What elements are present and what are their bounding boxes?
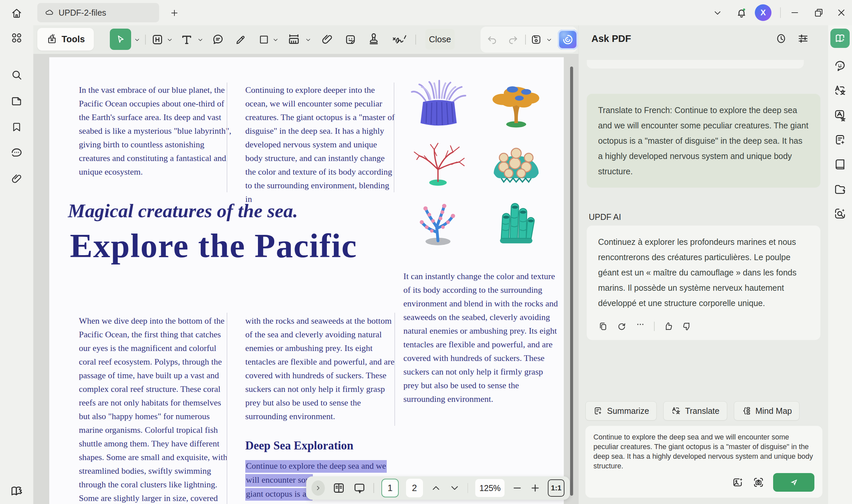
text-tool-button[interactable] — [180, 33, 194, 47]
notifications-button[interactable] — [734, 5, 749, 20]
insert-image-button[interactable] — [732, 476, 744, 488]
page-button-2[interactable]: 2 — [406, 479, 423, 497]
comment-icon — [10, 146, 23, 160]
select-tool-button[interactable] — [110, 29, 131, 50]
updf-app-window: UPDF-2-files X — [0, 0, 852, 504]
doc-title: Explore the Pacific — [70, 226, 357, 265]
zoom-level-display[interactable]: 125% — [475, 479, 504, 497]
notification-dot — [743, 8, 745, 11]
comment-tool-button[interactable] — [211, 33, 225, 47]
new-tab-button[interactable] — [168, 7, 181, 19]
shapes-tool-button[interactable] — [257, 33, 271, 47]
paperclip-icon — [320, 33, 334, 46]
zoom-out-button[interactable] — [512, 483, 522, 493]
red-fan-coral-image — [406, 137, 469, 187]
thumbs-up-button[interactable] — [663, 321, 673, 331]
redo-button[interactable] — [506, 33, 520, 47]
tools-button[interactable]: Tools — [37, 28, 94, 51]
doc-paragraph-col1-bottom: When we dive deep into the bottom of the… — [79, 314, 233, 504]
account-avatar[interactable]: X — [755, 4, 771, 21]
sidebar-item-bookmarks[interactable] — [9, 120, 24, 134]
chevron-down-icon — [713, 8, 723, 18]
shapes-tool-dropdown[interactable] — [272, 37, 279, 43]
translate-chip[interactable]: Translate — [663, 401, 727, 420]
regenerate-button[interactable] — [617, 321, 627, 331]
measure-tool-button[interactable] — [287, 33, 301, 47]
page-button-1[interactable]: 1 — [381, 479, 398, 497]
signature-tool-button[interactable] — [390, 33, 409, 47]
measure-tool-dropdown[interactable] — [305, 37, 312, 43]
restore-icon — [813, 7, 824, 18]
sidebar-item-comments[interactable] — [9, 146, 24, 160]
chat-input[interactable]: Continue to explore the deep sea and we … — [593, 432, 814, 471]
ai-translate-tab[interactable] — [833, 84, 847, 97]
chat-history-button[interactable] — [774, 31, 788, 46]
document-tab[interactable]: UPDF-2-files — [37, 3, 159, 22]
summarize-chip[interactable]: Summarize — [585, 401, 657, 420]
ai-search-tab[interactable] — [833, 207, 847, 220]
updf-ai-button[interactable] — [558, 30, 578, 50]
screenshot-button[interactable] — [752, 476, 764, 488]
attach-file-tool-button[interactable] — [320, 33, 334, 47]
close-icon — [836, 8, 846, 18]
note-sparkle-icon — [833, 133, 847, 146]
page-layout-button[interactable] — [332, 481, 345, 495]
pdf-page[interactable]: In the vast embrace of our blue planet, … — [49, 57, 564, 504]
save-button[interactable] — [529, 33, 543, 47]
select-tool-dropdown[interactable] — [134, 37, 140, 43]
ai-ocr-translate-tab[interactable] — [833, 108, 847, 122]
titlebar-collapse-button[interactable] — [711, 7, 724, 19]
next-page-button[interactable] — [449, 482, 460, 494]
close-edit-button[interactable]: Close — [425, 29, 455, 50]
heading-tool-dropdown[interactable] — [166, 37, 173, 43]
doc-subtitle: Magical creatures of the sea. — [68, 200, 298, 222]
previous-page-button[interactable] — [430, 482, 442, 494]
send-button[interactable] — [773, 473, 814, 492]
chat-input-card[interactable]: Continue to explore the deep sea and we … — [585, 426, 822, 498]
heading-tool-button[interactable] — [150, 33, 164, 47]
sidebar-item-page-thumbnails[interactable] — [9, 94, 24, 108]
minimize-button[interactable] — [787, 7, 802, 19]
zoom-in-button[interactable] — [530, 483, 540, 493]
sticker-tool-button[interactable] — [343, 33, 357, 47]
document-scrollbar[interactable] — [570, 67, 573, 496]
text-tool-dropdown[interactable] — [197, 37, 204, 43]
home-button[interactable] — [9, 6, 24, 21]
blue-branch-coral-image — [406, 196, 469, 246]
search-icon — [10, 69, 23, 82]
thumbs-down-button[interactable] — [682, 321, 692, 331]
ask-pdf-tab-active[interactable] — [830, 29, 850, 48]
stamp-tool-button[interactable] — [367, 33, 381, 47]
save-dropdown[interactable] — [546, 37, 552, 43]
quick-action-chips: Summarize Translate Mind Map — [585, 401, 799, 420]
chat-settings-button[interactable] — [796, 31, 811, 46]
sidebar-item-apps[interactable] — [9, 31, 24, 45]
page-thumbnails-icon — [10, 95, 23, 107]
sidebar-item-reader-mode[interactable] — [9, 484, 24, 498]
user-message-text: Translate to French: Continue to explore… — [598, 106, 809, 176]
more-options-button[interactable] — [635, 319, 645, 334]
heading-icon — [151, 33, 164, 46]
coral-image-grid — [399, 74, 555, 250]
chat-input-actions — [732, 473, 814, 492]
presentation-button[interactable] — [353, 481, 366, 495]
mind-map-icon — [742, 406, 751, 416]
actual-size-button[interactable]: 1:1 — [548, 480, 565, 497]
actions-separator — [654, 322, 655, 331]
expand-bar-button[interactable] — [312, 480, 325, 496]
ai-summary-tab[interactable] — [833, 133, 847, 146]
highlighter-tool-button[interactable] — [234, 33, 248, 47]
redo-icon — [507, 34, 519, 46]
restore-button[interactable] — [811, 6, 826, 19]
ask-pdf-title: Ask PDF — [591, 33, 631, 44]
mind-map-chip[interactable]: Mind Map — [734, 401, 800, 420]
chevron-down-icon — [546, 37, 552, 43]
ai-files-tab[interactable] — [833, 182, 847, 196]
undo-button[interactable] — [485, 33, 499, 47]
close-window-button[interactable] — [834, 6, 849, 19]
ai-chat-tab[interactable] — [833, 59, 847, 73]
sidebar-item-attachments[interactable] — [9, 172, 24, 186]
dictionary-tab[interactable] — [833, 158, 847, 171]
sidebar-item-search[interactable] — [9, 68, 24, 83]
copy-button[interactable] — [598, 321, 608, 331]
